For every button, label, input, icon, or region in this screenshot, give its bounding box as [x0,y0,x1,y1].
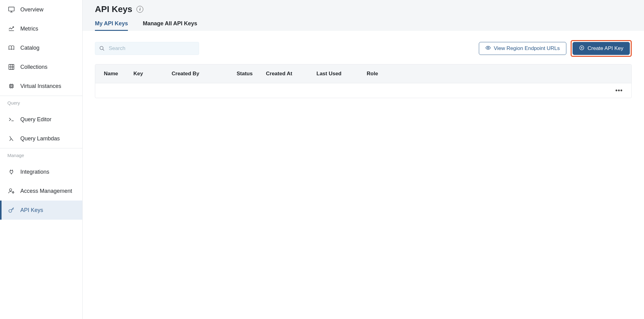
tabs: My API Keys Manage All API Keys [95,17,632,31]
tab-manage-all-api-keys[interactable]: Manage All API Keys [143,17,197,31]
sidebar-item-label: Query Editor [20,116,51,123]
page-title: API Keys [95,4,132,14]
terminal-icon [8,116,15,123]
tab-my-api-keys[interactable]: My API Keys [95,17,128,31]
sidebar: Overview Metrics Catalog Collections [0,0,83,319]
svg-point-26 [9,209,12,212]
table-header: Name Key Created By Status Created At La… [95,64,631,83]
sidebar-item-metrics[interactable]: Metrics [0,19,82,38]
api-keys-table: Name Key Created By Status Created At La… [95,64,632,98]
table-row-empty: ••• [95,83,631,98]
more-actions-icon[interactable]: ••• [615,87,623,94]
sidebar-item-label: Virtual Instances [20,83,61,89]
sidebar-item-query-lambdas[interactable]: Query Lambdas [0,129,82,148]
sidebar-item-query-editor[interactable]: Query Editor [0,110,82,129]
sidebar-item-virtual-instances[interactable]: Virtual Instances [0,77,82,96]
th-key: Key [133,71,172,77]
svg-line-31 [103,49,104,51]
th-created-by: Created By [172,71,237,77]
search-input[interactable] [95,42,199,55]
th-status: Status [237,71,266,77]
button-label: View Region Endpoint URLs [494,45,560,52]
key-icon [8,207,15,213]
highlight-create-api-key: Create API Key [571,40,632,57]
grid-icon [8,64,15,70]
view-region-endpoint-urls-button[interactable]: View Region Endpoint URLs [479,42,566,55]
search-wrap [95,42,199,55]
sidebar-item-label: Overview [20,6,43,13]
th-created-at: Created At [266,71,316,77]
svg-point-30 [100,46,103,50]
chip-icon [8,83,15,89]
sidebar-item-label: Query Lambdas [20,135,60,142]
monitor-icon [8,6,15,13]
sidebar-item-label: Access Management [20,188,72,194]
sidebar-item-access-management[interactable]: Access Management [0,181,82,201]
create-api-key-button[interactable]: Create API Key [573,42,630,55]
sidebar-item-catalog[interactable]: Catalog [0,38,82,57]
sidebar-item-overview[interactable]: Overview [0,0,82,19]
sidebar-section-header-manage: Manage [0,148,82,162]
sidebar-item-label: Metrics [20,26,38,32]
plus-circle-icon [579,45,585,52]
sidebar-item-label: API Keys [20,207,43,213]
sidebar-item-label: Catalog [20,45,39,51]
sidebar-item-label: Integrations [20,169,49,175]
th-role: Role [367,71,610,77]
plug-icon [8,168,15,175]
svg-line-29 [12,209,13,210]
sidebar-section-header-query: Query [0,96,82,110]
svg-rect-0 [9,7,14,11]
svg-point-21 [12,192,14,193]
svg-point-32 [487,47,489,48]
main-content: API Keys i My API Keys Manage All API Ke… [83,0,644,319]
th-name: Name [104,71,133,77]
svg-rect-10 [10,85,12,87]
lambda-icon [8,135,15,142]
info-icon[interactable]: i [137,6,143,13]
th-last-used: Last Used [316,71,367,77]
main-header: API Keys i My API Keys Manage All API Ke… [83,0,644,31]
chart-icon [8,25,15,32]
eye-icon [485,45,491,52]
svg-rect-9 [10,85,13,88]
sidebar-item-collections[interactable]: Collections [0,57,82,77]
sidebar-item-label: Collections [20,64,47,70]
svg-point-20 [10,189,12,191]
svg-line-28 [13,209,14,209]
sidebar-item-api-keys[interactable]: API Keys [0,201,82,220]
search-icon [99,46,105,51]
button-label: Create API Key [588,45,623,52]
sidebar-item-integrations[interactable]: Integrations [0,162,82,181]
book-icon [8,44,15,51]
users-gear-icon [8,188,15,194]
toolbar: View Region Endpoint URLs Create API Key [95,40,632,57]
